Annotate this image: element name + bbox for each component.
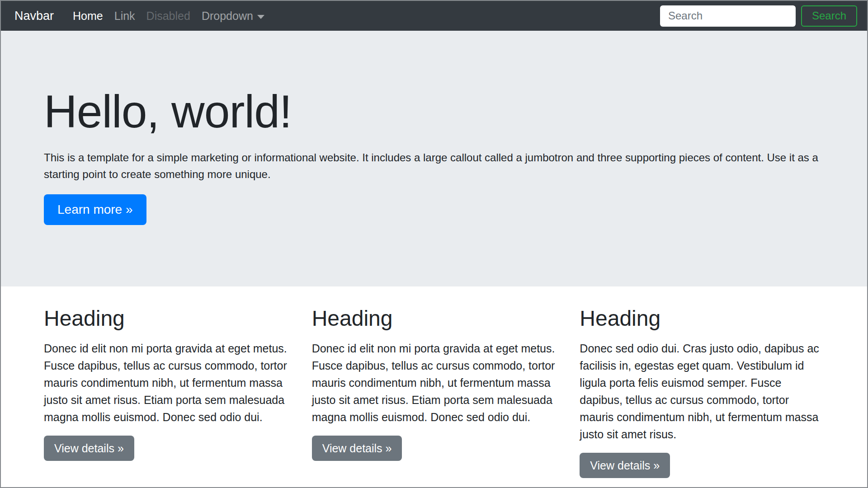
content-columns: Heading Donec id elit non mi porta gravi… bbox=[1, 286, 867, 478]
nav-item-disabled: Disabled bbox=[146, 9, 190, 23]
nav-link-home[interactable]: Home bbox=[73, 9, 103, 22]
dropdown-toggle-label: Dropdown bbox=[202, 9, 253, 22]
hero-description: This is a template for a simple marketin… bbox=[44, 149, 824, 183]
navbar-brand[interactable]: Navbar bbox=[14, 9, 54, 23]
learn-more-button[interactable]: Learn more » bbox=[44, 194, 146, 225]
column-text: Donec id elit non mi porta gravida at eg… bbox=[312, 340, 557, 426]
content-column-2: Heading Donec id elit non mi porta gravi… bbox=[312, 305, 557, 478]
column-heading: Heading bbox=[44, 305, 288, 332]
nav-item-link: Link bbox=[114, 9, 135, 23]
navbar-menu: Home Link Disabled Dropdown bbox=[73, 9, 660, 23]
content-column-1: Heading Donec id elit non mi porta gravi… bbox=[44, 305, 288, 478]
view-details-button-1[interactable]: View details » bbox=[44, 436, 134, 461]
navbar: Navbar Home Link Disabled Dropdown Searc… bbox=[1, 1, 867, 31]
nav-link-link[interactable]: Link bbox=[114, 9, 135, 22]
hero-title: Hello, world! bbox=[44, 84, 824, 139]
column-heading: Heading bbox=[580, 305, 824, 332]
search-input[interactable] bbox=[660, 5, 796, 27]
nav-link-dropdown[interactable]: Dropdown bbox=[202, 9, 264, 22]
nav-item-home: Home bbox=[73, 9, 103, 23]
view-details-button-3[interactable]: View details » bbox=[580, 453, 670, 478]
column-heading: Heading bbox=[312, 305, 557, 332]
nav-item-dropdown: Dropdown bbox=[202, 9, 264, 23]
search-button[interactable]: Search bbox=[801, 5, 857, 27]
nav-link-disabled: Disabled bbox=[146, 9, 190, 22]
search-form: Search bbox=[660, 5, 857, 27]
jumbotron: Hello, world! This is a template for a s… bbox=[1, 31, 867, 286]
browser-viewport: Navbar Home Link Disabled Dropdown Searc… bbox=[0, 0, 868, 488]
column-text: Donec id elit non mi porta gravida at eg… bbox=[44, 340, 288, 426]
view-details-button-2[interactable]: View details » bbox=[312, 436, 402, 461]
content-column-3: Heading Donec sed odio dui. Cras justo o… bbox=[580, 305, 824, 478]
column-text: Donec sed odio dui. Cras justo odio, dap… bbox=[580, 340, 824, 443]
chevron-down-icon bbox=[257, 15, 264, 19]
